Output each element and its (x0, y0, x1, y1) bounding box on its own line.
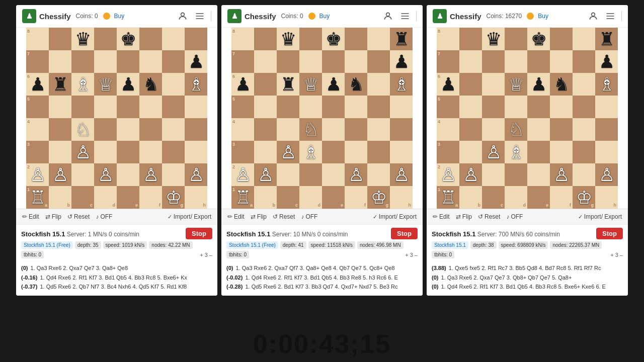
cell-r7-c8[interactable]: ♟ (390, 50, 413, 73)
cell-r6-c6[interactable]: ♞ (550, 73, 573, 96)
cell-r1-c7[interactable]: ♔g (162, 186, 185, 209)
import-export-button[interactable]: ✓ Import/ Export (166, 212, 213, 221)
cell-r3-c5[interactable] (527, 141, 550, 163)
cell-r1-c3[interactable]: c (71, 186, 94, 209)
cell-r6-c7[interactable] (367, 73, 390, 96)
cell-r5-c1[interactable]: 5 (231, 96, 254, 118)
cell-r8-c7[interactable] (367, 28, 390, 50)
cell-r3-c2[interactable] (49, 141, 71, 163)
cell-r6-c5[interactable]: ♟ (117, 73, 139, 96)
cell-r8-c4[interactable] (505, 28, 527, 50)
cell-r8-c8[interactable]: ♜ (595, 28, 618, 50)
cell-r7-c4[interactable] (94, 50, 117, 73)
cell-r4-c1[interactable]: 4 (437, 118, 459, 141)
cell-r4-c2[interactable] (459, 118, 482, 141)
cell-r2-c6[interactable]: ♙ (550, 163, 573, 186)
cell-r2-c7[interactable] (573, 163, 595, 186)
cell-r5-c4[interactable] (505, 96, 527, 118)
cell-r1-c8[interactable]: h (595, 186, 618, 209)
cell-r1-c6[interactable]: f (345, 186, 367, 209)
cell-r7-c3[interactable] (71, 50, 94, 73)
cell-r3-c2[interactable] (459, 141, 482, 163)
cell-r1-c7[interactable]: ♔g (573, 186, 595, 209)
cell-r5-c5[interactable] (117, 96, 139, 118)
cell-r2-c4[interactable] (299, 163, 322, 186)
cell-r6-c3[interactable] (482, 73, 505, 96)
cell-r3-c1[interactable]: 3 (437, 141, 459, 163)
cell-r5-c4[interactable] (94, 96, 117, 118)
cell-r7-c6[interactable] (550, 50, 573, 73)
cell-r5-c1[interactable]: 5 (26, 96, 49, 118)
cell-r1-c1[interactable]: ♖1a (231, 186, 254, 209)
cell-r7-c2[interactable] (49, 50, 71, 73)
flip-button[interactable]: ⇄Flip (43, 212, 63, 221)
cell-r2-c1[interactable]: ♙2 (437, 163, 459, 186)
stop-button[interactable]: Stop (186, 228, 212, 239)
cell-r4-c5[interactable] (117, 118, 139, 141)
cell-r8-c5[interactable]: ♚ (322, 28, 345, 50)
cell-r4-c3[interactable] (482, 118, 505, 141)
cell-r8-c1[interactable]: 8 (26, 28, 49, 50)
cell-r1-c4[interactable]: d (505, 186, 527, 209)
menu-icon[interactable] (399, 10, 411, 22)
cell-r5-c2[interactable] (254, 96, 277, 118)
cell-r5-c2[interactable] (49, 96, 71, 118)
cell-r8-c7[interactable] (162, 28, 185, 50)
cell-r4-c6[interactable] (139, 118, 162, 141)
cell-r6-c8[interactable]: ♗ (390, 73, 413, 96)
cell-r3-c6[interactable] (550, 141, 573, 163)
cell-r7-c8[interactable]: ♟ (185, 50, 207, 73)
cell-r5-c6[interactable] (345, 96, 367, 118)
cell-r5-c4[interactable] (299, 96, 322, 118)
cell-r6-c6[interactable]: ♞ (345, 73, 367, 96)
cell-r7-c1[interactable]: 7 (26, 50, 49, 73)
cell-r3-c3[interactable]: ♙ (482, 141, 505, 163)
cell-r6-c1[interactable]: ♟6 (231, 73, 254, 96)
cell-r6-c4[interactable]: ♕ (94, 73, 117, 96)
cell-r1-c7[interactable]: ♔g (367, 186, 390, 209)
buy-link[interactable]: Buy (319, 13, 330, 20)
cell-r4-c4[interactable]: ♘ (505, 118, 527, 141)
cell-r2-c4[interactable]: ♙ (94, 163, 117, 186)
cell-r1-c5[interactable]: e (117, 186, 139, 209)
off-button[interactable]: ♪OFF (94, 212, 114, 221)
cell-r6-c2[interactable] (254, 73, 277, 96)
lines-count-badge[interactable]: + 3 – (610, 252, 623, 258)
cell-r4-c4[interactable]: ♘ (299, 118, 322, 141)
reset-button[interactable]: ↺Reset (65, 212, 92, 221)
cell-r7-c5[interactable] (117, 50, 139, 73)
cell-r6-c1[interactable]: ♟6 (26, 73, 49, 96)
cell-r5-c7[interactable] (573, 96, 595, 118)
cell-r8-c3[interactable]: ♛ (482, 28, 505, 50)
cell-r7-c2[interactable] (254, 50, 277, 73)
cell-r2-c6[interactable]: ♙ (345, 163, 367, 186)
cell-r5-c8[interactable] (595, 96, 618, 118)
cell-r2-c8[interactable]: ♙ (185, 163, 207, 186)
cell-r7-c7[interactable] (573, 50, 595, 73)
cell-r7-c3[interactable] (482, 50, 505, 73)
cell-r3-c6[interactable] (345, 141, 367, 163)
cell-r4-c8[interactable] (390, 118, 413, 141)
cell-r2-c7[interactable] (367, 163, 390, 186)
off-button[interactable]: ♪OFF (504, 212, 525, 221)
cell-r6-c1[interactable]: ♟6 (437, 73, 459, 96)
user-icon[interactable] (382, 10, 394, 22)
cell-r2-c5[interactable] (527, 163, 550, 186)
cell-r2-c3[interactable] (71, 163, 94, 186)
cell-r1-c2[interactable]: b (254, 186, 277, 209)
user-icon[interactable] (177, 10, 189, 22)
cell-r8-c6[interactable] (139, 28, 162, 50)
reset-button[interactable]: ↺Reset (271, 212, 297, 221)
cell-r3-c5[interactable] (322, 141, 345, 163)
cell-r4-c5[interactable] (322, 118, 345, 141)
cell-r7-c3[interactable] (277, 50, 299, 73)
cell-r2-c5[interactable] (117, 163, 139, 186)
cell-r6-c7[interactable] (573, 73, 595, 96)
cell-r3-c7[interactable] (573, 141, 595, 163)
edit-button[interactable]: ✏Edit (431, 212, 452, 221)
cell-r2-c2[interactable]: ♙ (459, 163, 482, 186)
cell-r3-c1[interactable]: 3 (231, 141, 254, 163)
cell-r6-c3[interactable]: ♗ (71, 73, 94, 96)
cell-r1-c1[interactable]: ♖1a (437, 186, 459, 209)
cell-r1-c2[interactable]: b (459, 186, 482, 209)
